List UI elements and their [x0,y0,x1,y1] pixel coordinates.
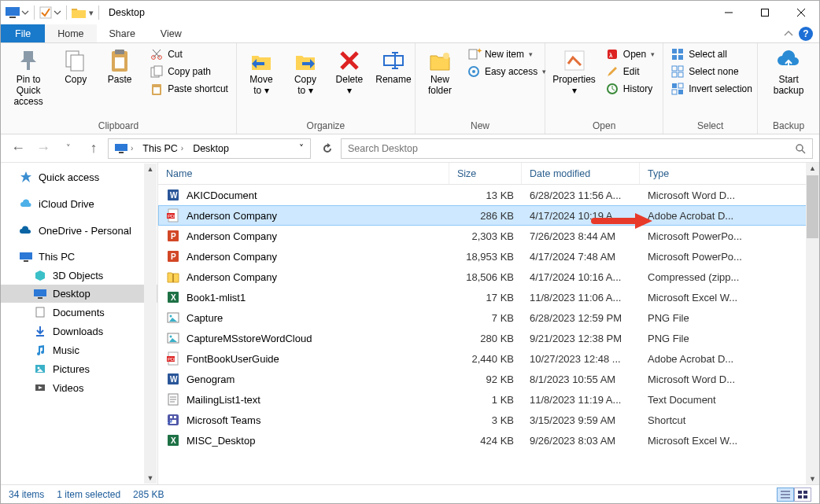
pin-quick-access-button[interactable]: Pin to Quick access [6,46,51,109]
sidebar-downloads[interactable]: Downloads [1,322,157,340]
easy-access-button[interactable]: Easy access▾ [464,64,549,79]
refresh-button[interactable] [317,138,338,159]
copy-path-button[interactable]: Copy path [147,64,231,79]
file-type-cell: PNG File [640,333,819,344]
tab-file[interactable]: File [1,24,45,42]
column-type[interactable]: Type [640,163,819,184]
recent-locations-button[interactable]: ˅ [57,138,79,160]
chevron-down-icon[interactable] [21,7,29,18]
tab-view[interactable]: View [148,24,194,42]
nav-scrollbar[interactable]: ▲▼ [144,164,157,484]
cut-button[interactable]: Cut [147,46,231,62]
edit-button[interactable]: Edit [603,64,658,79]
minimize-button[interactable] [711,1,747,24]
search-box[interactable] [341,138,813,159]
paste-button[interactable]: Paste [100,46,139,87]
file-rows: WAKICDocument13 KB6/28/2023 11:56 A...Mi… [158,185,819,484]
svg-rect-12 [115,50,124,54]
sidebar-desktop[interactable]: Desktop [1,285,157,303]
svg-point-51 [796,145,803,151]
file-row[interactable]: XMISC_Desktop424 KB9/26/2023 8:03 AMMicr… [158,430,819,451]
file-size-cell: 92 KB [449,373,522,385]
crumb-desktop[interactable]: Desktop [188,143,234,154]
svg-rect-43 [672,72,677,77]
file-name-cell: PDFFontBookUserGuide [158,351,449,366]
help-button[interactable]: ? [799,27,813,41]
file-row[interactable]: Anderson Company18,506 KB4/17/2024 10:16… [158,267,819,287]
tab-share[interactable]: Share [97,24,148,42]
file-row[interactable]: WGenogram92 KB8/1/2023 10:55 AMMicrosoft… [158,369,819,389]
chevron-down-icon[interactable] [54,7,61,18]
column-size[interactable]: Size [449,163,522,184]
svg-text:W: W [170,375,178,384]
up-button[interactable]: ↑ [83,138,105,160]
file-row[interactable]: WAKICDocument13 KB6/28/2023 11:56 A...Mi… [158,185,819,205]
open-button[interactable]: λ Open▾ [603,46,658,62]
quick-access-toolbar: ▾ [6,6,102,20]
file-row[interactable]: Microsoft Teams3 KB3/15/2023 9:59 AMShor… [158,410,819,430]
address-dropdown-icon[interactable]: ˅ [294,143,308,154]
invert-selection-button[interactable]: Invert selection [668,81,755,97]
view-details-button[interactable] [777,487,794,502]
file-name-cell: CaptureMSstoreWordCloud [158,331,449,345]
sidebar-this-pc[interactable]: This PC [1,248,157,266]
back-button[interactable]: ← [7,138,29,160]
sidebar-music[interactable]: Music [1,340,157,359]
overflow-indicator[interactable]: ▾ [89,8,94,18]
checkbox-icon[interactable] [39,6,52,19]
star-icon [20,171,32,183]
group-label-organize: Organize [242,120,410,134]
pin-icon [16,48,41,73]
column-name[interactable]: Name [158,163,449,184]
sidebar-quick-access[interactable]: Quick access [1,167,157,186]
svg-text:PDF: PDF [168,214,177,219]
file-row[interactable]: XBook1-mlist117 KB11/8/2023 11:06 A...Mi… [158,287,819,307]
file-row[interactable]: PDFAnderson Company286 KB4/17/2024 10:19… [158,205,819,226]
file-row[interactable]: PAnderson Company18,953 KB4/17/2024 7:48… [158,246,819,267]
file-type-cell: PNG File [640,312,819,324]
svg-rect-21 [153,87,160,94]
file-date-cell: 4/17/2024 10:16 A... [522,271,640,283]
sidebar-videos[interactable]: Videos [1,378,157,397]
properties-button[interactable]: Properties ▾ [550,46,598,98]
tab-home[interactable]: Home [45,24,96,42]
file-row[interactable]: Capture7 KB6/28/2023 12:59 PMPNG File [158,307,819,328]
move-to-button[interactable]: Move to ▾ [242,46,281,98]
svg-rect-41 [672,66,677,71]
file-type-cell: Adobe Acrobat D... [640,210,819,222]
search-input[interactable] [348,143,795,154]
crumb-this-pc[interactable]: This PC› [138,143,188,154]
sidebar-pictures[interactable]: Pictures [1,359,157,378]
vertical-scrollbar[interactable]: ▲ ▼ [806,163,819,484]
select-none-button[interactable]: Select none [668,64,755,79]
history-button[interactable]: History [603,81,658,97]
copy-to-button[interactable]: Copy to ▾ [286,46,325,98]
forward-button[interactable]: → [32,138,54,160]
file-date-cell: 9/21/2023 12:38 PM [522,333,640,344]
file-date-cell: 10/27/2023 12:48 ... [522,353,640,365]
sidebar-3d-objects[interactable]: 3D Objects [1,266,157,285]
file-row[interactable]: PAnderson Company2,303 KB7/26/2023 8:44 … [158,226,819,246]
svg-rect-1 [9,17,16,18]
start-backup-button[interactable]: Start backup [763,46,814,98]
select-all-button[interactable]: Select all [668,46,755,62]
view-thumbnails-button[interactable] [794,487,811,502]
sidebar-documents[interactable]: Documents [1,303,157,322]
address-bar[interactable]: › This PC› Desktop ˅ [108,138,311,159]
sidebar-onedrive[interactable]: OneDrive - Personal [1,221,157,240]
new-folder-button[interactable]: New folder [420,46,460,98]
column-date[interactable]: Date modified [522,163,640,184]
paste-shortcut-button[interactable]: Paste shortcut [147,81,231,97]
copy-button[interactable]: Copy [56,46,95,87]
sidebar-icloud[interactable]: iCloud Drive [1,194,157,213]
collapse-ribbon-icon[interactable] [783,28,794,39]
file-row[interactable]: CaptureMSstoreWordCloud280 KB9/21/2023 1… [158,328,819,348]
navigation-bar: ← → ˅ ↑ › This PC› Desktop ˅ [1,134,819,163]
maximize-button[interactable] [747,1,783,24]
rename-button[interactable]: Rename [374,46,413,87]
file-row[interactable]: PDFFontBookUserGuide2,440 KB10/27/2023 1… [158,348,819,369]
new-item-button[interactable]: ✦ New item▾ [464,46,549,62]
file-row[interactable]: MailingList1-text1 KB11/8/2023 11:19 A..… [158,389,819,410]
delete-button[interactable]: Delete ▾ [330,46,369,98]
close-button[interactable] [783,1,819,24]
